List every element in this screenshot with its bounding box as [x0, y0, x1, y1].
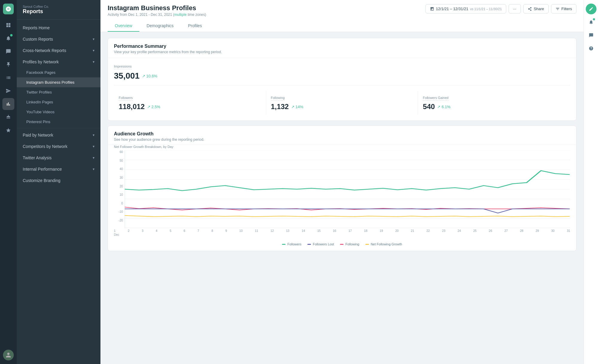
timezone-link[interactable]: multiple: [174, 13, 187, 17]
date-range-value: 12/1/21 – 12/31/21: [436, 7, 468, 11]
audience-growth-desc: See how your audience grew during the re…: [114, 137, 570, 142]
following-change: 14%: [291, 105, 303, 109]
divider: [17, 128, 100, 128]
header-actions: 12/1/21 – 12/31/21 vs 11/1/21 – 11/30/21…: [425, 4, 576, 13]
chevron-icon: ▾: [93, 144, 94, 149]
brand-logo: [3, 4, 14, 14]
nav-icon-send[interactable]: [2, 85, 14, 97]
chevron-icon: ▾: [93, 37, 94, 41]
legend-label-followers: Followers: [287, 242, 301, 246]
filters-button[interactable]: Filters: [551, 4, 576, 13]
user-avatar[interactable]: [3, 350, 14, 360]
sidebar-item-internal-performance[interactable]: Internal Performance ▾: [17, 163, 100, 175]
legend-label-following: Following: [345, 242, 359, 246]
right-icon-message[interactable]: [586, 30, 597, 41]
main-body: Performance Summary View your key profil…: [100, 32, 584, 364]
legend-dot-followers: [282, 244, 286, 245]
sidebar-item-linkedin-pages[interactable]: LinkedIn Pages: [17, 97, 100, 107]
nav-icon-list[interactable]: [2, 72, 14, 84]
main-content: Instagram Business Profiles Activity fro…: [100, 0, 584, 364]
legend-label-followers-lost: Followers Lost: [313, 242, 334, 246]
legend-dot-net-following: [365, 244, 369, 245]
audience-growth-title: Audience Growth: [114, 131, 570, 137]
sidebar-item-paid-by-network[interactable]: Paid by Network ▾: [17, 129, 100, 141]
sidebar-header: Sprout Coffee Co. Reports: [17, 0, 100, 20]
notification-dot: [593, 18, 595, 20]
legend-followers-lost: Followers Lost: [307, 242, 334, 246]
audience-growth-card: Audience Growth See how your audience gr…: [108, 126, 576, 251]
legend-label-net-following: Net Following Growth: [371, 242, 402, 246]
right-icon-help[interactable]: [586, 43, 597, 54]
chevron-icon: ▾: [93, 167, 94, 171]
share-label: Share: [534, 7, 544, 11]
chevron-icon: ▾: [93, 133, 94, 137]
sidebar-item-pinterest-pins[interactable]: Pinterest Pins: [17, 117, 100, 127]
right-icon-edit[interactable]: [586, 4, 597, 14]
x-axis: 123 456 789 101112 131415 161718 192021 …: [114, 228, 570, 233]
date-range-button[interactable]: 12/1/21 – 12/31/21 vs 11/1/21 – 11/30/21: [425, 4, 506, 13]
main-header: Instagram Business Profiles Activity fro…: [100, 0, 584, 32]
sidebar-item-profiles-by-network[interactable]: Profiles by Network ▾: [17, 56, 100, 68]
sidebar: Sprout Coffee Co. Reports Reports Home C…: [17, 0, 100, 364]
header-top: Instagram Business Profiles Activity fro…: [108, 4, 576, 17]
nav-icon-chat[interactable]: [2, 45, 14, 57]
tab-demographics[interactable]: Demographics: [139, 20, 181, 32]
chevron-icon: ▾: [93, 48, 94, 53]
legend-followers: Followers: [282, 242, 301, 246]
impressions-label: Impressions: [114, 65, 132, 69]
followers-gained-change: 6.1%: [437, 105, 450, 109]
followers-gained-metric: Followers Gained 540 6.1%: [418, 91, 570, 115]
metrics-section: Impressions 35,001 10.6% Followers 118,0…: [108, 58, 576, 120]
page-subtitle: Activity from Dec 1, 2021 - Dec 31, 2021…: [108, 13, 206, 17]
nav-icon-grid[interactable]: [2, 19, 14, 31]
right-icon-bell[interactable]: [586, 17, 597, 27]
chart-label: Net Follower Growth Breakdown, by Day: [108, 145, 576, 150]
more-options-button[interactable]: ···: [509, 4, 521, 13]
sidebar-nav: Reports Home Custom Reports ▾ Cross-Netw…: [17, 20, 100, 364]
following-label: Following: [271, 96, 285, 101]
line-chart: [125, 150, 570, 228]
legend-following: Following: [340, 242, 359, 246]
followers-line: [125, 171, 570, 191]
page-title: Instagram Business Profiles: [108, 4, 206, 12]
sidebar-item-competitors-by-network[interactable]: Competitors by Network ▾: [17, 141, 100, 152]
compare-range: vs 11/1/21 – 11/30/21: [470, 7, 502, 11]
performance-summary-card: Performance Summary View your key profil…: [108, 38, 576, 121]
followers-change: 2.5%: [147, 105, 160, 109]
nav-icon-bell[interactable]: [2, 32, 14, 44]
company-name: Sprout Coffee Co.: [23, 5, 94, 8]
sidebar-item-reports-home[interactable]: Reports Home: [17, 22, 100, 33]
sidebar-item-facebook-pages[interactable]: Facebook Pages: [17, 68, 100, 77]
impressions-change: 10.6%: [142, 74, 158, 78]
sidebar-item-twitter-profiles[interactable]: Twitter Profiles: [17, 87, 100, 97]
notification-badge: [10, 34, 13, 36]
chevron-icon: ▾: [93, 156, 94, 160]
sidebar-item-custom-reports[interactable]: Custom Reports ▾: [17, 33, 100, 45]
legend-dot-followers-lost: [307, 244, 311, 245]
chevron-icon: ▾: [93, 60, 94, 64]
sidebar-item-youtube-videos[interactable]: YouTube Videos: [17, 107, 100, 117]
sidebar-item-cross-network[interactable]: Cross-Network Reports ▾: [17, 45, 100, 56]
performance-summary-title: Performance Summary: [114, 44, 570, 49]
followers-metric: Followers 118,012 2.5%: [114, 91, 266, 115]
share-button[interactable]: Share: [523, 4, 549, 13]
sidebar-item-twitter-analysis[interactable]: Twitter Analysis ▾: [17, 152, 100, 163]
metrics-row: Followers 118,012 2.5% Following 1,132 1…: [114, 91, 570, 115]
following-metric: Following 1,132 14%: [266, 91, 418, 115]
tab-overview[interactable]: Overview: [108, 20, 139, 32]
sidebar-item-customize-branding[interactable]: Customize Branding: [17, 175, 100, 186]
nav-icon-pin[interactable]: [2, 59, 14, 71]
nav-icon-star[interactable]: [2, 124, 14, 136]
followers-gained-value: 540 6.1%: [423, 103, 565, 111]
net-following-line: [125, 215, 570, 217]
tabs: Overview Demographics Profiles: [108, 20, 576, 32]
sidebar-item-instagram-business[interactable]: Instagram Business Profiles: [17, 77, 100, 87]
filters-label: Filters: [562, 7, 572, 11]
audience-growth-header: Audience Growth See how your audience gr…: [108, 126, 576, 145]
chart-legend: Followers Followers Lost Following Net F…: [108, 239, 576, 251]
nav-icon-bot[interactable]: [2, 111, 14, 123]
tab-profiles[interactable]: Profiles: [181, 20, 209, 32]
nav-icon-bar-chart[interactable]: [2, 98, 14, 110]
legend-net-following: Net Following Growth: [365, 242, 402, 246]
left-icon-rail: [0, 0, 17, 364]
